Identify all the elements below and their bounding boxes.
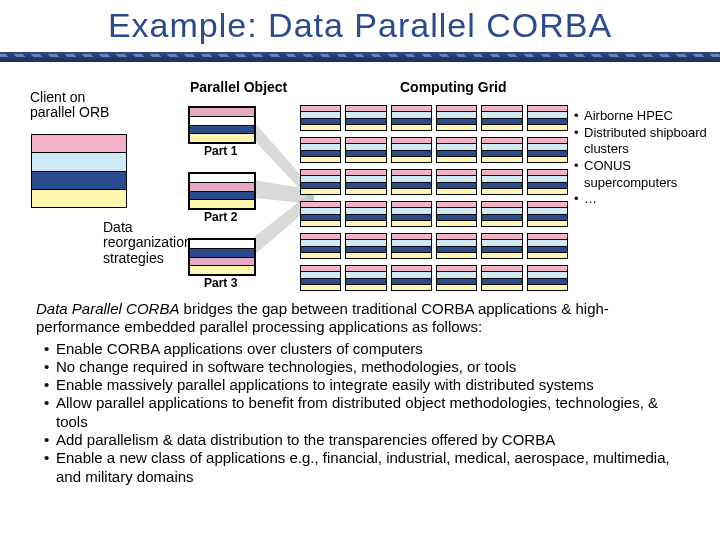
part-1-label: Part 1 — [204, 144, 237, 158]
client-label: Client on parallel ORB — [30, 90, 140, 121]
part-3 — [188, 238, 256, 276]
list-item: •Airborne HPEC — [574, 108, 714, 125]
grid-row — [300, 201, 568, 227]
computing-grid — [300, 105, 568, 297]
body-bullet: •Add parallelism & data distribution to … — [36, 431, 690, 449]
grid-row — [300, 137, 568, 163]
slide-title: Example: Data Parallel CORBA — [0, 6, 720, 45]
computing-grid-label: Computing Grid — [400, 80, 507, 95]
grid-row — [300, 169, 568, 195]
grid-row — [300, 233, 568, 259]
list-item: •CONUS supercomputers — [574, 158, 714, 191]
list-item: •… — [574, 191, 714, 208]
body-text: Data Parallel CORBA bridges the gap betw… — [36, 300, 690, 486]
intro-em: Data Parallel CORBA — [36, 300, 179, 317]
right-bullets: •Airborne HPEC •Distributed shipboard cl… — [574, 108, 714, 208]
parallel-object-label: Parallel Object — [190, 80, 287, 95]
title-rule — [0, 52, 720, 62]
list-item: •Distributed shipboard clusters — [574, 125, 714, 158]
grid-row — [300, 265, 568, 291]
body-bullet: •Enable a new class of applications e.g.… — [36, 449, 690, 486]
client-block — [31, 134, 127, 208]
part-3-label: Part 3 — [204, 276, 237, 290]
part-2-label: Part 2 — [204, 210, 237, 224]
intro-line: Data Parallel CORBA bridges the gap betw… — [36, 300, 690, 337]
part-2 — [188, 172, 256, 210]
part-1 — [188, 106, 256, 144]
body-bullet: •No change required in software technolo… — [36, 358, 690, 376]
body-bullet: •Allow parallel applications to benefit … — [36, 394, 690, 431]
body-bullet: •Enable CORBA applications over clusters… — [36, 340, 690, 358]
slide: Example: Data Parallel CORBA Client on p… — [0, 0, 720, 540]
grid-row — [300, 105, 568, 131]
body-bullet: •Enable massively parallel applications … — [36, 376, 690, 394]
